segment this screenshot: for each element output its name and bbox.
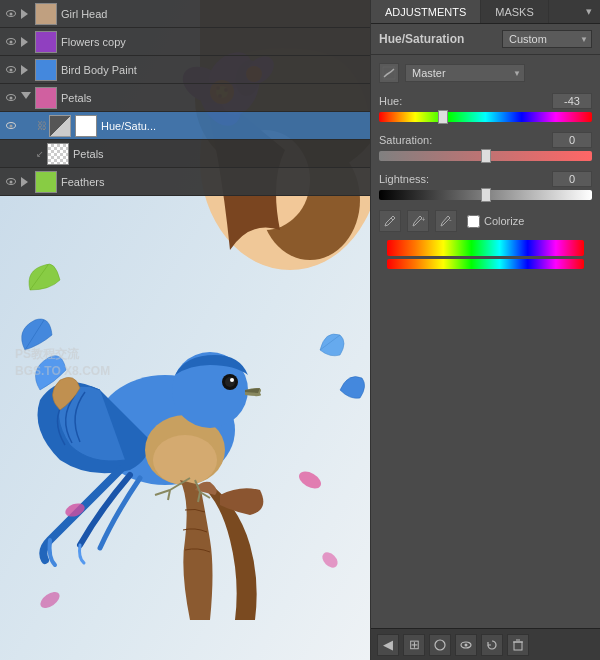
expand-arrow-girl-head[interactable] [21,9,35,19]
light-value-input[interactable] [552,171,592,187]
adjustments-panel: ADJUSTMENTS MASKS ▾ Hue/Saturation Custo… [370,0,600,660]
layer-name-flowers: Flowers copy [61,36,366,48]
layer-name-feathers: Feathers [61,176,366,188]
preset-dropdown-wrapper[interactable]: Custom Default Cyanotype Increase Red Se… [502,30,592,48]
expand-arrow-petals[interactable] [21,92,35,104]
layer-bird-body-paint[interactable]: Bird Body Paint [0,56,370,84]
visibility-eye-petals[interactable] [4,147,18,161]
layer-hue-sat[interactable]: ⛓ Hue/Satu... [0,112,370,140]
spectrum-bar [387,240,584,269]
hue-value-input[interactable] [552,93,592,109]
visibility-eye-flowers[interactable] [4,35,18,49]
result-spectrum [387,259,584,269]
expand-arrow-flowers[interactable] [21,37,35,47]
layer-name-petals-group: Petals [61,92,366,104]
layer-feathers[interactable]: Feathers [0,168,370,196]
svg-rect-44 [514,642,522,650]
visibility-eye-girl-head[interactable] [4,7,18,21]
expand-arrow-bird[interactable] [21,65,35,75]
channel-dropdown-wrapper[interactable]: Master Reds Yellows Greens Cyans Blues M… [405,64,525,82]
layer-name-hue-sat: Hue/Satu... [101,120,366,132]
thumb-feathers [35,171,57,193]
hue-slider-track[interactable] [379,112,592,124]
layer-girl-head[interactable]: Girl Head [0,0,370,28]
svg-point-41 [435,640,445,650]
visibility-eye-petals-group[interactable] [4,91,18,105]
svg-point-23 [230,378,234,382]
sat-value-input[interactable] [552,132,592,148]
toolbar-grid-btn[interactable]: ⊞ [403,634,425,656]
eyedropper-set-btn[interactable] [379,210,401,232]
thumb-petals [47,143,69,165]
light-slider-track[interactable] [379,190,592,202]
light-slider-thumb[interactable] [481,188,491,202]
toolbar-trash-btn[interactable] [507,634,529,656]
light-label: Lightness: [379,173,429,185]
channel-row: Master Reds Yellows Greens Cyans Blues M… [379,63,592,83]
svg-line-38 [391,218,393,220]
hue-label: Hue: [379,95,402,107]
hue-slider-thumb[interactable] [438,110,448,124]
panel-title: Hue/Saturation [379,32,464,46]
layer-name-bird: Bird Body Paint [61,64,366,76]
tab-adjustments[interactable]: ADJUSTMENTS [371,0,481,23]
visibility-eye-bird[interactable] [4,63,18,77]
toolbar-circle-btn[interactable] [429,634,451,656]
sat-label: Saturation: [379,134,432,146]
tab-masks[interactable]: MASKS [481,0,549,23]
layer-name-petals: Petals [73,148,366,160]
layer-petals[interactable]: ↙ Petals [0,140,370,168]
channel-dropdown[interactable]: Master Reds Yellows Greens Cyans Blues M… [405,64,525,82]
eyedropper-subtract-btn[interactable]: - [435,210,457,232]
hue-label-row: Hue: [379,93,592,109]
thumb-flowers [35,31,57,53]
eyedropper-add-btn[interactable]: + [407,210,429,232]
tools-row: + - Colorize [379,210,592,232]
layers-panel: PS教程交流 BGS.TO X8.COM Girl Head Flowers c… [0,0,370,660]
toolbar-eye-btn[interactable] [455,634,477,656]
channel-curves-icon [379,63,399,83]
layers-list: Girl Head Flowers copy Bird Body Paint [0,0,370,196]
colorize-label[interactable]: Colorize [484,215,524,227]
layer-name-girl-head: Girl Head [61,8,366,20]
svg-text:-: - [449,215,452,224]
svg-point-19 [153,435,217,485]
visibility-eye-feathers[interactable] [4,175,18,189]
light-slider-row: Lightness: [379,171,592,202]
panel-header: Hue/Saturation Custom Default Cyanotype … [371,24,600,55]
svg-text:+: + [421,215,425,224]
clip-indicator: ↙ [35,147,45,161]
sat-slider-track[interactable] [379,151,592,163]
preset-dropdown[interactable]: Custom Default Cyanotype Increase Red Se… [502,30,592,48]
light-track-gradient [379,190,592,200]
hue-slider-row: Hue: [379,93,592,124]
bottom-toolbar: ◀ ⊞ [371,628,600,660]
toolbar-back-btn[interactable]: ◀ [377,634,399,656]
main-container: PS教程交流 BGS.TO X8.COM Girl Head Flowers c… [0,0,600,660]
layer-petals-group[interactable]: Petals [0,84,370,112]
colorize-checkbox[interactable] [467,215,480,228]
layer-flowers-copy[interactable]: Flowers copy [0,28,370,56]
svg-point-43 [465,643,468,646]
tab-bar: ADJUSTMENTS MASKS ▾ [371,0,600,24]
sat-slider-thumb[interactable] [481,149,491,163]
toolbar-reset-btn[interactable] [481,634,503,656]
thumb-hue-sat [49,115,71,137]
link-icon-hue: ⛓ [35,119,49,133]
hue-track-gradient [379,112,592,122]
panel-close-btn[interactable]: ▾ [578,0,600,23]
controls-area: Master Reds Yellows Greens Cyans Blues M… [371,55,600,628]
sat-track-gradient [379,151,592,161]
light-label-row: Lightness: [379,171,592,187]
thumb-girl-head [35,3,57,25]
thumb-petals-group [35,87,57,109]
visibility-eye-hue-sat[interactable] [4,119,18,133]
thumb-mask-hue-sat [75,115,97,137]
svg-point-22 [225,377,235,387]
thumb-bird [35,59,57,81]
expand-arrow-feathers[interactable] [21,177,35,187]
colorize-row: Colorize [467,215,524,228]
spectrum-gradient [387,240,584,256]
sat-slider-row: Saturation: [379,132,592,163]
sat-label-row: Saturation: [379,132,592,148]
